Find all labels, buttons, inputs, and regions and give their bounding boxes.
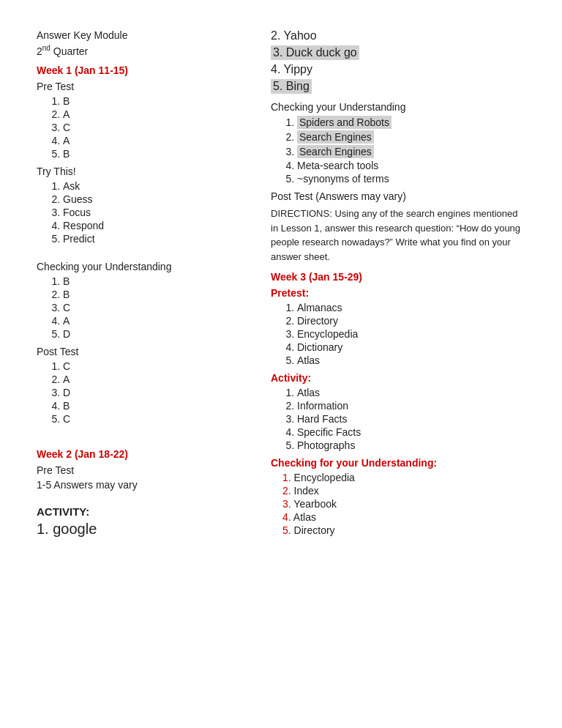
list-item: B <box>63 148 241 160</box>
checking-list-w1: B B C A D <box>37 275 241 340</box>
pretest-label-w3: Pretest: <box>271 287 525 299</box>
list-item: Search Engines <box>297 145 525 158</box>
list-item: B <box>63 400 241 412</box>
checking-label-w2: Checking your Understanding <box>271 101 525 113</box>
item-text: ~synonyms of terms <box>297 173 389 185</box>
item-num: 2. <box>282 485 291 497</box>
activity-list-w3: Atlas Information Hard Facts Specific Fa… <box>271 387 525 451</box>
week1-heading: Week 1 (Jan 11-15) <box>37 64 241 76</box>
list-item: Meta-search tools <box>297 160 525 171</box>
pretest-label: Pre Test <box>37 81 241 92</box>
item-text: Yearbook <box>293 498 337 510</box>
checking-label-w1: Checking your Understanding <box>37 261 241 272</box>
activity-item-5: 5. Bing <box>271 79 312 94</box>
list-item: B <box>63 275 241 287</box>
posttest-label-w2: Post Test (Answers may vary) <box>271 190 525 202</box>
list-item: Hard Facts <box>297 413 525 425</box>
list-item: Specific Facts <box>297 426 525 438</box>
list-item: Dictionary <box>297 341 525 353</box>
item-text: Search Engines <box>297 130 374 144</box>
item-num: 1. <box>282 472 291 483</box>
week3-section: Week 3 (Jan 15-29) Pretest: Almanacs Dir… <box>271 271 525 536</box>
activity-label-w2: ACTIVITY: <box>37 505 241 518</box>
page-container: Answer Key Module 2nd Quarter Week 1 (Ja… <box>37 29 525 542</box>
list-item: Almanacs <box>297 302 525 313</box>
directions-text: DIRECTIONS: Using any of the search engi… <box>271 207 525 264</box>
activity-item-2: 2. Yahoo <box>271 29 525 42</box>
week2-right-section: 2. Yahoo 3. Duck duck go 4. Yippy 5. Bin… <box>271 29 525 264</box>
posttest-list-w1: C A D B C <box>37 360 241 425</box>
list-item: ~synonyms of terms <box>297 173 525 185</box>
list-item: 3. Yearbook <box>282 498 525 510</box>
item-num: 3. <box>282 498 291 510</box>
list-item: Guess <box>63 193 241 205</box>
list-item: A <box>63 108 241 120</box>
item-text: Spiders and Robots <box>297 116 391 129</box>
list-item: Search Engines <box>297 130 525 144</box>
right-column: 2. Yahoo 3. Duck duck go 4. Yippy 5. Bin… <box>271 29 525 542</box>
week1-section: Week 1 (Jan 11-15) Pre Test B A C A B Tr… <box>37 64 241 425</box>
pretest-list-w3: Almanacs Directory Encyclopedia Dictiona… <box>271 302 525 366</box>
item-text: Directory <box>294 524 335 536</box>
item-text: Search Engines <box>297 145 374 158</box>
list-item: C <box>63 122 241 133</box>
list-item: A <box>63 315 241 327</box>
item-num: 4. <box>282 511 291 523</box>
list-item: C <box>63 360 241 372</box>
list-item: 2. Index <box>282 485 525 497</box>
list-item: Photographs <box>297 439 525 451</box>
activity-item-3: 3. Duck duck go <box>271 45 359 60</box>
list-item: B <box>63 95 241 107</box>
posttest-label-w1: Post Test <box>37 346 241 357</box>
week2-heading: Week 2 (Jan 18-22) <box>37 448 241 460</box>
list-item: Atlas <box>297 387 525 398</box>
doc-title: Answer Key Module <box>37 29 241 41</box>
list-item: A <box>63 374 241 385</box>
trythis-list: Ask Guess Focus Respond Predict <box>37 180 241 245</box>
list-item: Atlas <box>297 354 525 366</box>
pretest-list: B A C A B <box>37 95 241 160</box>
list-item: Predict <box>63 233 241 245</box>
activity-item-4: 4. Yippy <box>271 63 525 76</box>
list-item: D <box>63 387 241 398</box>
activity-label-w3: Activity: <box>271 372 525 384</box>
left-column: Answer Key Module 2nd Quarter Week 1 (Ja… <box>37 29 241 542</box>
list-item: B <box>63 289 241 300</box>
list-item: A <box>63 135 241 146</box>
list-item: 1. Encyclopedia <box>282 472 525 483</box>
item-text: Encyclopedia <box>294 472 355 483</box>
item-text: Index <box>294 485 319 497</box>
checking-list-w2: Spiders and Robots Search Engines Search… <box>271 116 525 185</box>
list-item: C <box>63 413 241 425</box>
list-item: Respond <box>63 220 241 231</box>
list-item: Encyclopedia <box>297 328 525 340</box>
list-item: D <box>63 328 241 340</box>
list-item: Information <box>297 400 525 412</box>
week3-heading: Week 3 (Jan 15-29) <box>271 271 525 283</box>
checking-list-w3: 1. Encyclopedia 2. Index 3. Yearbook 4. … <box>271 472 525 536</box>
list-item: Focus <box>63 207 241 218</box>
list-item: Ask <box>63 180 241 192</box>
list-item: C <box>63 302 241 313</box>
checking-label-w3: Checking for your Understanding: <box>271 457 525 469</box>
week2-section: Week 2 (Jan 18-22) Pre Test 1-5 Answers … <box>37 448 241 538</box>
list-item: Directory <box>297 315 525 327</box>
pretest-label-w2: Pre Test <box>37 464 241 476</box>
quarter: 2nd Quarter <box>37 44 241 57</box>
item-text: Atlas <box>293 511 316 523</box>
item-text: Meta-search tools <box>297 160 378 171</box>
list-item: Spiders and Robots <box>297 116 525 129</box>
list-item: 5. Directory <box>282 524 525 536</box>
trythis-label: Try This! <box>37 166 241 177</box>
answers-note: 1-5 Answers may vary <box>37 479 241 491</box>
list-item: 4. Atlas <box>282 511 525 523</box>
activity-item-1: 1. google <box>37 521 241 538</box>
item-num: 5. <box>282 524 291 536</box>
